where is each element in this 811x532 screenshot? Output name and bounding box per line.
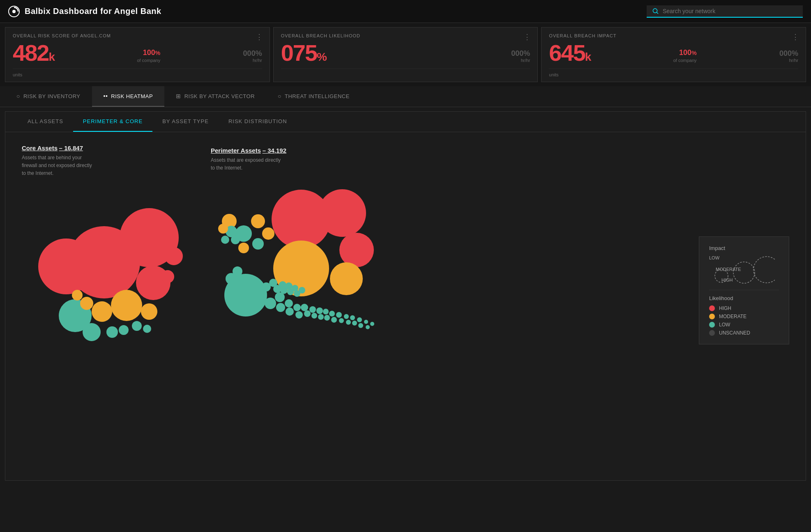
svg-point-76: [218, 224, 228, 234]
svg-point-50: [336, 312, 342, 318]
svg-point-14: [106, 326, 118, 338]
likelihood-row-high: HIGH: [709, 305, 779, 311]
metric-side-val-breach-impact: 000%: [779, 49, 798, 57]
svg-point-35: [276, 303, 285, 312]
svg-point-66: [285, 282, 293, 290]
metric-card-breach-likelihood: OVERALL BREACH LIKELIHOOD 075% 000% hr/h…: [273, 27, 538, 82]
metric-menu-breach-impact[interactable]: ⋮: [792, 32, 800, 41]
svg-point-29: [252, 238, 264, 250]
svg-point-70: [299, 287, 305, 294]
perimeter-bubbles-chart: [211, 180, 408, 344]
likelihood-label-moderate: MODERATE: [719, 314, 746, 319]
likelihood-label-unscanned: UNSCANNED: [719, 330, 750, 336]
legend-divider: [709, 290, 779, 290]
search-input[interactable]: [663, 8, 797, 14]
metric-value-breach-impact: 645k: [549, 41, 590, 64]
svg-point-48: [329, 311, 335, 316]
svg-point-45: [318, 314, 324, 320]
core-bubbles-chart: [22, 184, 194, 349]
svg-point-7: [165, 247, 183, 265]
metric-label-risk-score: OVERALL RISK SCORE OF ANGEL.COM: [13, 33, 262, 38]
metric-label-breach-likelihood: OVERALL BREACH LIKELIHOOD: [281, 33, 530, 38]
tab-icon-threat: ○: [278, 93, 281, 99]
svg-point-58: [364, 320, 368, 324]
svg-point-55: [352, 321, 357, 326]
search-box[interactable]: [647, 5, 803, 18]
main-tabs: ○ RISK BY INVENTORY •• RISK HEATMAP ⊞ RI…: [0, 86, 811, 107]
sub-tab-all-assets[interactable]: ALL ASSETS: [18, 112, 73, 132]
core-assets-title: Core Assets: [22, 144, 58, 151]
svg-point-28: [262, 227, 274, 240]
svg-point-10: [92, 301, 112, 322]
svg-point-46: [323, 309, 329, 314]
svg-point-33: [265, 298, 276, 309]
core-assets-count: 16,847: [64, 144, 83, 151]
svg-point-47: [324, 315, 330, 321]
metric-menu-risk-score[interactable]: ⋮: [256, 32, 264, 41]
svg-point-15: [119, 325, 129, 335]
svg-point-49: [331, 317, 337, 323]
svg-point-73: [233, 266, 242, 276]
svg-point-56: [357, 317, 362, 322]
svg-point-77: [221, 236, 229, 244]
perimeter-assets-title: Perimeter Assets: [211, 147, 261, 154]
svg-point-17: [143, 325, 151, 333]
svg-point-44: [316, 307, 323, 314]
metric-side-val-likelihood: 000%: [511, 49, 530, 57]
metric-menu-breach-likelihood[interactable]: ⋮: [523, 32, 532, 41]
svg-point-1: [12, 10, 16, 13]
svg-point-22: [318, 189, 366, 237]
logo-icon: [8, 6, 20, 17]
likelihood-row-moderate: MODERATE: [709, 314, 779, 319]
metric-card-breach-impact: OVERALL BREACH IMPACT 645k 100% of compa…: [541, 27, 806, 82]
svg-point-9: [111, 290, 142, 321]
likelihood-dot-low: [709, 322, 715, 328]
tab-risk-by-inventory[interactable]: ○ RISK BY INVENTORY: [5, 86, 92, 107]
tab-icon-risk-inventory: ○: [16, 93, 20, 99]
svg-point-19: [72, 290, 83, 300]
sub-tabs: ALL ASSETS PERIMETER & CORE BY ASSET TYP…: [5, 112, 806, 132]
svg-point-8: [38, 238, 94, 294]
legend-box: Impact LOW MODERATE HIG: [699, 236, 789, 344]
svg-point-53: [346, 320, 351, 325]
metric-sub-val-risk-score: 100%: [143, 48, 161, 57]
metric-sub-val-breach-impact: 100%: [679, 48, 697, 57]
svg-point-60: [370, 322, 374, 326]
svg-point-37: [286, 307, 294, 316]
svg-point-23: [339, 233, 374, 267]
metric-side-val-risk-score: 000%: [243, 49, 262, 57]
sub-tab-by-asset-type[interactable]: BY ASSET TYPE: [152, 112, 219, 132]
metric-value-breach-likelihood: 075%: [281, 41, 326, 64]
svg-point-59: [366, 325, 370, 329]
svg-line-3: [657, 12, 658, 14]
svg-point-39: [295, 311, 303, 319]
svg-point-41: [304, 310, 311, 317]
svg-point-36: [285, 299, 293, 307]
metric-label-breach-impact: OVERALL BREACH IMPACT: [549, 33, 798, 38]
svg-point-30: [238, 243, 249, 253]
metric-value-risk-score: 482k: [13, 41, 54, 64]
svg-point-42: [309, 306, 316, 313]
sub-tab-risk-distribution[interactable]: RISK DISTRIBUTION: [219, 112, 297, 132]
sub-tab-perimeter-core[interactable]: PERIMETER & CORE: [73, 112, 152, 132]
svg-point-11: [141, 303, 157, 320]
tab-threat-intelligence[interactable]: ○ THREAT INTELLIGENCE: [266, 86, 361, 107]
likelihood-label-low: LOW: [719, 322, 730, 328]
svg-point-20: [161, 270, 174, 283]
perimeter-assets-desc: Assets that are exposed directly to the …: [211, 156, 285, 172]
svg-point-16: [132, 321, 142, 331]
tab-risk-heatmap[interactable]: •• RISK HEATMAP: [92, 86, 165, 107]
likelihood-row-unscanned: UNSCANNED: [709, 330, 779, 336]
search-icon: [652, 8, 659, 14]
likelihood-row-low: LOW: [709, 322, 779, 328]
svg-point-13: [83, 323, 101, 341]
likelihood-label-high: HIGH: [719, 305, 731, 311]
svg-point-25: [330, 262, 363, 295]
tab-icon-heatmap: ••: [104, 93, 108, 99]
likelihood-dot-high: [709, 305, 715, 311]
svg-point-38: [293, 304, 301, 311]
tab-risk-by-attack-vector[interactable]: ⊞ RISK BY ATTACK VECTOR: [164, 86, 266, 107]
core-assets-desc: Assets that are behind your firewall and…: [22, 154, 96, 178]
impact-low-label: LOW: [709, 255, 741, 260]
legend-likelihood-items: HIGH MODERATE LOW UNSCANNED: [709, 305, 779, 336]
